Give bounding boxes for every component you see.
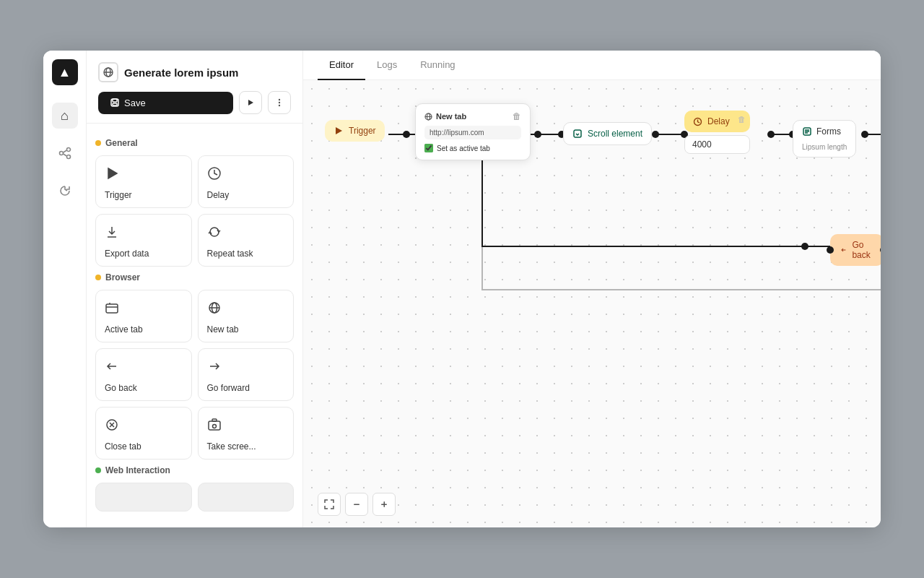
sidebar-item-history[interactable] (52, 178, 78, 204)
web-interaction-dot (95, 467, 101, 473)
node-close-tab[interactable]: Close tab (95, 407, 192, 460)
svg-point-31 (534, 131, 541, 138)
svg-rect-18 (106, 304, 118, 313)
popup-new-tab-title: New tab (424, 112, 466, 121)
panel-title: Generate lorem ipsum (124, 66, 238, 79)
left-panel: Generate lorem ipsum Save (87, 51, 303, 527)
sidebar-item-flow[interactable] (52, 140, 78, 166)
svg-point-37 (767, 131, 775, 138)
flow-node-forms[interactable]: Forms Lipsum length (793, 120, 856, 158)
panel-globe-icon (98, 62, 118, 82)
svg-marker-11 (248, 100, 253, 105)
general-nodes-grid: Trigger Delay (95, 155, 294, 267)
svg-marker-15 (108, 168, 117, 178)
tab-editor[interactable]: Editor (318, 51, 365, 80)
node-web-1[interactable] (95, 483, 192, 512)
svg-point-34 (652, 131, 659, 138)
close-tab-icon (105, 418, 183, 436)
svg-rect-56 (354, 504, 359, 506)
tab-logs[interactable]: Logs (365, 51, 409, 80)
popup-delete-button[interactable]: 🗑 (513, 111, 521, 121)
flow-node-delay[interactable]: Delay 🗑 4000 (684, 111, 750, 154)
svg-line-3 (63, 150, 66, 152)
svg-rect-10 (113, 103, 117, 105)
go-back-right-connector (880, 246, 881, 254)
section-web-interaction-label: Web Interaction (95, 465, 294, 475)
main-area: Editor Logs Running (303, 51, 881, 527)
flow-node-scroll[interactable]: Scroll element (563, 122, 652, 145)
trigger-icon (105, 166, 183, 184)
zoom-out-button[interactable] (345, 493, 368, 516)
svg-rect-50 (574, 130, 581, 137)
repeat-task-icon (207, 225, 285, 243)
tab-running[interactable]: Running (409, 51, 466, 80)
browser-dot (95, 275, 101, 280)
svg-point-29 (403, 131, 410, 138)
node-active-tab[interactable]: Active tab (95, 290, 192, 342)
svg-point-2 (66, 155, 70, 159)
app-logo[interactable]: ▲ (52, 59, 78, 85)
node-delay[interactable]: Delay (198, 155, 295, 208)
delay-delete-button[interactable]: 🗑 (738, 115, 746, 124)
svg-marker-46 (336, 127, 342, 134)
svg-point-14 (279, 105, 280, 106)
zoom-fit-button[interactable] (318, 493, 341, 516)
node-go-back[interactable]: Go back (95, 348, 192, 401)
sidebar-left: ▲ ⌂ (43, 51, 87, 527)
svg-point-40 (861, 131, 868, 138)
node-take-screenshot[interactable]: Take scree... (198, 407, 295, 460)
popup-url: http://lipsum.com (424, 126, 521, 139)
popup-checkbox[interactable] (424, 144, 433, 152)
main-tabs: Editor Logs Running (303, 51, 881, 80)
general-dot (95, 140, 101, 146)
sidebar-item-home[interactable]: ⌂ (52, 103, 78, 129)
flow-canvas: Trigger New tab (303, 80, 881, 527)
flow-node-go-back[interactable]: Go back (830, 234, 881, 266)
svg-point-0 (59, 152, 63, 155)
node-trigger[interactable]: Trigger (95, 155, 192, 208)
section-general-label: General (95, 138, 294, 148)
active-tab-icon (105, 301, 183, 319)
save-button[interactable]: Save (98, 92, 233, 114)
svg-rect-58 (384, 501, 385, 507)
export-data-icon (105, 225, 183, 243)
svg-rect-9 (113, 99, 117, 102)
new-tab-icon (207, 301, 285, 319)
section-browser-label: Browser (95, 272, 294, 282)
svg-line-4 (63, 154, 66, 156)
svg-point-43 (801, 243, 808, 250)
flow-node-trigger[interactable]: Trigger (325, 120, 385, 142)
go-back-icon (105, 359, 183, 377)
node-new-tab[interactable]: New tab (198, 290, 295, 342)
play-button[interactable] (239, 91, 262, 114)
go-forward-icon (207, 359, 285, 377)
popup-checkbox-row: Set as active tab (424, 144, 521, 152)
svg-point-1 (66, 148, 70, 152)
panel-header: Generate lorem ipsum Save (87, 51, 302, 124)
panel-body: General Trigger (87, 124, 302, 527)
canvas-toolbar (318, 493, 396, 516)
web-interaction-nodes-grid (95, 483, 294, 512)
svg-point-13 (279, 102, 280, 103)
node-export-data[interactable]: Export data (95, 214, 192, 267)
svg-point-27 (212, 425, 216, 428)
svg-point-12 (279, 99, 280, 100)
node-web-2[interactable] (198, 483, 295, 512)
node-go-forward[interactable]: Go forward (198, 348, 295, 401)
delay-value: 4000 (684, 135, 750, 154)
take-screenshot-icon (207, 418, 285, 436)
browser-nodes-grid: Active tab New tab (95, 290, 294, 460)
node-repeat-task[interactable]: Repeat task (198, 214, 295, 267)
more-menu-button[interactable] (268, 91, 291, 114)
zoom-in-button[interactable] (372, 493, 396, 516)
svg-rect-26 (212, 419, 217, 421)
delay-icon (207, 166, 285, 184)
go-back-left-connector (827, 246, 834, 254)
